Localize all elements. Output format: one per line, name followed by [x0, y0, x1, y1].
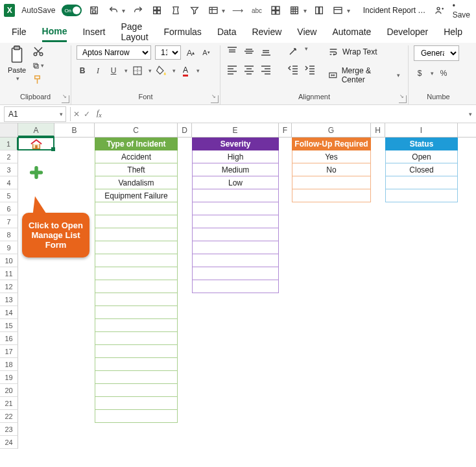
- row-header-13[interactable]: 13: [0, 293, 18, 306]
- underline-dd[interactable]: ▾: [125, 67, 128, 74]
- clipboard-launcher-icon[interactable]: [62, 95, 69, 103]
- increase-indent-icon[interactable]: [303, 64, 316, 75]
- number-format-select[interactable]: General: [414, 45, 459, 61]
- row-header-14[interactable]: 14: [0, 306, 18, 319]
- add-list-icon[interactable]: [18, 166, 54, 179]
- col-header-F[interactable]: F: [279, 123, 292, 137]
- col-header-C[interactable]: C: [95, 123, 178, 137]
- table-cell[interactable]: [192, 254, 279, 267]
- qat-icon-4[interactable]: [207, 3, 219, 18]
- row-header-8[interactable]: 8: [0, 228, 18, 241]
- qat-dd-8[interactable]: ▾: [303, 7, 307, 14]
- table-cell[interactable]: [95, 293, 178, 306]
- paste-dropdown-icon[interactable]: ▾: [16, 75, 19, 82]
- tab-developer[interactable]: Developer: [387, 23, 428, 41]
- cut-icon[interactable]: [32, 45, 44, 57]
- row-header-21[interactable]: 21: [0, 397, 18, 410]
- qat-icon-1[interactable]: [150, 3, 163, 18]
- currency-icon[interactable]: $: [414, 67, 425, 79]
- table-cell[interactable]: Closed: [385, 163, 458, 176]
- col-header-G[interactable]: G: [292, 123, 371, 137]
- row-header-23[interactable]: 23: [0, 423, 18, 436]
- table-cell[interactable]: [95, 345, 178, 358]
- copy-icon[interactable]: ▾: [32, 60, 44, 71]
- row-header-24[interactable]: 24: [0, 436, 18, 449]
- decrease-indent-icon[interactable]: [287, 64, 300, 75]
- row-header-2[interactable]: 2: [0, 150, 18, 163]
- table-cell[interactable]: [385, 189, 458, 202]
- table-cell[interactable]: [95, 228, 178, 241]
- save-icon[interactable]: [88, 3, 101, 18]
- row-header-3[interactable]: 3: [0, 163, 18, 176]
- table-cell[interactable]: [95, 215, 178, 228]
- fx-icon[interactable]: fx: [93, 108, 106, 119]
- table-cell[interactable]: [95, 306, 178, 319]
- table-cell[interactable]: [95, 384, 178, 397]
- row-header-19[interactable]: 19: [0, 371, 18, 384]
- row-header-11[interactable]: 11: [0, 267, 18, 280]
- table-cell[interactable]: [192, 202, 279, 215]
- table-cell[interactable]: [95, 358, 178, 371]
- font-name-select[interactable]: Aptos Narrow: [77, 45, 151, 60]
- row-header-20[interactable]: 20: [0, 384, 18, 397]
- align-bottom-icon[interactable]: [259, 45, 272, 57]
- tab-data[interactable]: Data: [217, 23, 237, 41]
- table-cell[interactable]: [192, 189, 279, 202]
- table-cell[interactable]: [192, 267, 279, 280]
- table-cell[interactable]: [95, 202, 178, 215]
- table-cell[interactable]: Yes: [292, 150, 371, 163]
- row-header-7[interactable]: 7: [0, 215, 18, 228]
- row-header-17[interactable]: 17: [0, 345, 18, 358]
- underline-icon[interactable]: U: [108, 65, 119, 77]
- row-header-5[interactable]: 5: [0, 189, 18, 202]
- qat-icon-5[interactable]: ⟶: [232, 3, 244, 18]
- table-cell[interactable]: [292, 176, 371, 189]
- merge-center-button[interactable]: Merge & Center ▾: [326, 65, 403, 86]
- col-header-I[interactable]: I: [385, 123, 458, 137]
- fill-color-icon[interactable]: [156, 65, 167, 77]
- tab-insert[interactable]: Insert: [82, 23, 105, 41]
- increase-font-icon[interactable]: A▴: [185, 47, 196, 58]
- tab-review[interactable]: Review: [252, 23, 281, 41]
- tab-view[interactable]: View: [297, 23, 316, 41]
- row-header-1[interactable]: 1: [0, 138, 18, 150]
- tab-page-layout[interactable]: Page Layout: [121, 18, 148, 46]
- table-cell[interactable]: [192, 228, 279, 241]
- row-header-16[interactable]: 16: [0, 332, 18, 345]
- qat-icon-10[interactable]: [332, 3, 344, 18]
- align-right-icon[interactable]: [259, 64, 272, 75]
- redo-icon[interactable]: [132, 3, 144, 18]
- qat-icon-6[interactable]: abc: [250, 3, 263, 18]
- table-cell[interactable]: No: [292, 163, 371, 176]
- italic-icon[interactable]: I: [92, 65, 104, 77]
- qat-icon-3[interactable]: [188, 3, 200, 18]
- row-header-9[interactable]: 9: [0, 241, 18, 254]
- row-header-10[interactable]: 10: [0, 254, 18, 267]
- formula-expand-icon[interactable]: ▾: [469, 111, 476, 117]
- table-cell[interactable]: Accident: [95, 150, 178, 163]
- font-color-icon[interactable]: A: [180, 65, 191, 77]
- table-cell[interactable]: Open: [385, 150, 458, 163]
- col-header-B[interactable]: B: [54, 123, 95, 137]
- table-cell[interactable]: [95, 319, 178, 332]
- row-header-18[interactable]: 18: [0, 358, 18, 371]
- table-cell[interactable]: [95, 254, 178, 267]
- row-header-22[interactable]: 22: [0, 410, 18, 423]
- table-cell[interactable]: [192, 280, 279, 293]
- bold-icon[interactable]: B: [77, 65, 88, 77]
- name-box[interactable]: A1 ▾: [4, 106, 66, 122]
- qat-icon-8[interactable]: [289, 3, 301, 18]
- tab-formulas[interactable]: Formulas: [164, 23, 202, 41]
- table-cell[interactable]: [95, 267, 178, 280]
- table-cell[interactable]: [192, 241, 279, 254]
- qat-icon-2[interactable]: [169, 3, 182, 18]
- table-cell[interactable]: [95, 332, 178, 345]
- table-cell[interactable]: [95, 241, 178, 254]
- cancel-formula-icon[interactable]: ✕: [73, 110, 80, 119]
- align-middle-icon[interactable]: [243, 45, 256, 57]
- alignment-launcher-icon[interactable]: [399, 95, 407, 103]
- align-center-icon[interactable]: [243, 64, 256, 75]
- qat-icon-9[interactable]: [313, 3, 326, 18]
- enter-formula-icon[interactable]: ✓: [84, 110, 90, 119]
- cells-area[interactable]: Click to Open Manage List FormType of In…: [18, 138, 476, 449]
